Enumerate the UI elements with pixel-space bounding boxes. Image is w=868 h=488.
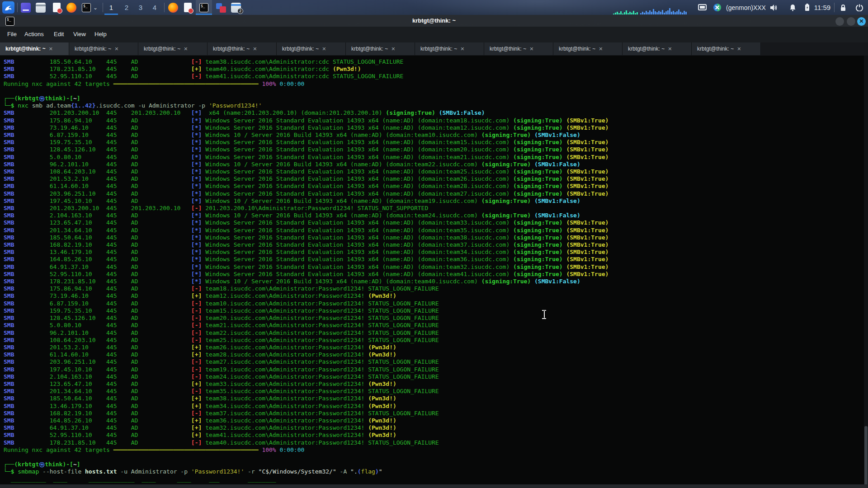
lock-icon[interactable] bbox=[838, 0, 849, 15]
terminal-tab[interactable]: krbtgt@think: ~✕ bbox=[0, 42, 69, 55]
terminal-line: SMB 197.45.10.10 445 AD [-] team19.isucd… bbox=[4, 366, 609, 373]
logout-power-icon[interactable] bbox=[854, 0, 865, 15]
maximize-button[interactable] bbox=[847, 17, 855, 26]
terminal-icon: $_ bbox=[199, 3, 208, 12]
tab-close-icon[interactable]: ✕ bbox=[391, 46, 395, 52]
terminal-line: SMB 201.203.200.10 445 201.203.200.10 [-… bbox=[4, 205, 609, 212]
launcher-firefox[interactable] bbox=[66, 0, 77, 15]
tab-label: krbtgt@think: ~ bbox=[282, 46, 319, 52]
terminal-line: SMB 201.34.64.10 445 AD [*] Windows Serv… bbox=[4, 227, 609, 234]
terminal-line: SMB 168.82.19.10 445 AD [-] team37.isucd… bbox=[4, 410, 609, 417]
menu-view[interactable]: View bbox=[73, 31, 86, 38]
tab-close-icon[interactable]: ✕ bbox=[460, 46, 464, 52]
volume-icon[interactable] bbox=[769, 0, 779, 15]
clock[interactable]: 11:59 bbox=[813, 0, 832, 15]
terminal-line: SMB 73.19.46.10 445 AD [+] team12.isucdc… bbox=[4, 292, 609, 300]
terminal-tab[interactable]: krbtgt@think: ~✕ bbox=[484, 42, 553, 55]
tab-close-icon[interactable]: ✕ bbox=[49, 46, 53, 52]
terminal-line: SMB 201.53.2.10 445 AD [*] Windows Serve… bbox=[4, 175, 609, 183]
task-file-manager[interactable]: 2 bbox=[230, 0, 242, 15]
workspace-3[interactable]: 3 bbox=[134, 0, 147, 15]
workspace-2[interactable]: 2 bbox=[120, 0, 133, 15]
task-firefox[interactable] bbox=[168, 0, 179, 15]
terminal-line: SMB 13.46.179.10 445 AD [+] team34.isucd… bbox=[4, 403, 609, 410]
terminal-line bbox=[4, 88, 609, 95]
terminal-line: SMB 178.231.85.10 445 AD [+] team40.isuc… bbox=[4, 66, 609, 73]
tab-close-icon[interactable]: ✕ bbox=[253, 46, 257, 52]
terminal-line: SMB 123.65.47.10 445 AD [+] team33.isucd… bbox=[4, 380, 609, 388]
workspace-4[interactable]: 4 bbox=[148, 0, 161, 15]
terminal-line: ┌──(krbtgt㉿think)-[~] bbox=[4, 461, 609, 468]
firefox-icon bbox=[168, 3, 178, 13]
terminal-line: SMB 185.50.64.10 445 AD [-] team38.isucd… bbox=[4, 58, 609, 66]
tab-label: krbtgt@think: ~ bbox=[420, 46, 457, 52]
terminal-tab[interactable]: krbtgt@think: ~✕ bbox=[346, 42, 415, 55]
tab-close-icon[interactable]: ✕ bbox=[184, 46, 188, 52]
terminal-line: SMB 197.45.10.10 445 AD [*] Windows 10 /… bbox=[4, 197, 609, 205]
terminal-tab-bar: krbtgt@think: ~✕krbtgt@think: ~✕krbtgt@t… bbox=[0, 42, 868, 56]
launcher-document[interactable] bbox=[51, 0, 62, 15]
system-graph-green bbox=[613, 10, 638, 14]
terminal-tab[interactable]: krbtgt@think: ~✕ bbox=[415, 42, 484, 55]
document-icon bbox=[53, 3, 61, 12]
task-remote-desktop[interactable] bbox=[215, 0, 227, 15]
terminal-scrollbar[interactable] bbox=[864, 56, 868, 484]
top-panel: $_ ⌄ 1234 $_ 2 (genmon)XXX bbox=[0, 0, 868, 15]
workspace-1[interactable]: 1 bbox=[104, 0, 118, 15]
kali-dragon-icon bbox=[2, 1, 14, 14]
terminal-line: Running nxc against 42 targets ━━━━━━━━━… bbox=[4, 80, 609, 88]
terminal-line: SMB 201.53.2.10 445 AD [+] team26.isucdc… bbox=[4, 344, 609, 351]
terminal-tab[interactable]: krbtgt@think: ~✕ bbox=[623, 42, 692, 55]
menu-edit[interactable]: Edit bbox=[54, 31, 64, 38]
terminal-line: SMB 108.64.203.10 445 AD [*] Windows Ser… bbox=[4, 168, 609, 175]
task-terminal-active[interactable]: $_ bbox=[198, 0, 209, 15]
tab-close-icon[interactable]: ✕ bbox=[114, 46, 118, 52]
terminal-tab[interactable]: krbtgt@think: ~✕ bbox=[69, 42, 138, 55]
terminal-tab[interactable]: krbtgt@think: ~✕ bbox=[277, 42, 346, 55]
terminal-viewport[interactable]: SMB 185.50.64.10 445 AD [-] team38.isucd… bbox=[0, 56, 868, 484]
terminal-tab[interactable]: krbtgt@think: ~✕ bbox=[553, 42, 623, 55]
minimize-button[interactable] bbox=[835, 17, 844, 26]
tab-close-icon[interactable]: ✕ bbox=[599, 46, 603, 52]
tab-close-icon[interactable]: ✕ bbox=[322, 46, 326, 52]
launcher-app-window[interactable] bbox=[20, 0, 31, 15]
scrollbar-handle[interactable] bbox=[864, 426, 868, 488]
folder-icon: 2 bbox=[231, 3, 241, 13]
battery-icon[interactable] bbox=[803, 0, 811, 15]
tab-label: krbtgt@think: ~ bbox=[628, 46, 665, 52]
tray-network-app-icon[interactable] bbox=[712, 0, 722, 15]
terminal-line: SMB 96.2.101.10 445 AD [*] Windows 10 / … bbox=[4, 161, 609, 168]
menu-file[interactable]: File bbox=[7, 31, 17, 38]
tab-label: krbtgt@think: ~ bbox=[75, 46, 111, 52]
terminal-line: SMB 203.96.251.10 445 AD [-] team27.isuc… bbox=[4, 358, 609, 366]
terminal-line: SMB 164.85.26.10 445 AD [*] Windows Serv… bbox=[4, 256, 609, 263]
terminal-tab[interactable]: krbtgt@think: ~✕ bbox=[208, 42, 277, 55]
tab-close-icon[interactable]: ✕ bbox=[668, 46, 672, 52]
tab-label: krbtgt@think: ~ bbox=[559, 46, 595, 52]
terminal-tab[interactable]: krbtgt@think: ~✕ bbox=[138, 42, 208, 55]
screen-bottom-strip bbox=[0, 484, 868, 488]
terminal-line: SMB 159.75.35.10 445 AD [*] Windows Serv… bbox=[4, 139, 609, 146]
task-document[interactable] bbox=[182, 0, 193, 15]
terminal-line: SMB 6.87.159.10 445 AD [*] Windows 10 / … bbox=[4, 131, 609, 139]
terminal-line: SMB 175.86.94.10 445 AD [*] Windows Serv… bbox=[4, 117, 609, 124]
terminal-tab[interactable]: krbtgt@think: ~✕ bbox=[692, 42, 761, 55]
menu-help[interactable]: Help bbox=[94, 31, 107, 38]
terminal-line: __________ ____ _____________ ____ ____ … bbox=[4, 476, 609, 483]
tab-close-icon[interactable]: ✕ bbox=[529, 46, 533, 52]
task-terminal-active-indicator bbox=[196, 14, 212, 15]
terminal-line: SMB 64.91.37.10 445 AD [+] team32.isucdc… bbox=[4, 424, 609, 432]
launcher-file-manager[interactable] bbox=[35, 0, 46, 15]
remote-desktop-icon bbox=[216, 3, 226, 13]
tab-label: krbtgt@think: ~ bbox=[144, 46, 180, 52]
close-button[interactable]: ✕ bbox=[857, 17, 866, 26]
chevron-down-icon[interactable]: ⌄ bbox=[92, 0, 99, 15]
launcher-terminal[interactable]: $_ bbox=[81, 0, 92, 15]
window-titlebar[interactable]: $_ krbtgt@think: ~ bbox=[0, 15, 868, 27]
tab-close-icon[interactable]: ✕ bbox=[737, 46, 741, 52]
menu-actions[interactable]: Actions bbox=[24, 31, 44, 38]
terminal-line: SMB 2.104.163.10 445 AD [-] team24.isucd… bbox=[4, 373, 609, 380]
notification-bell-icon[interactable] bbox=[788, 0, 797, 15]
kali-menu-button[interactable] bbox=[1, 0, 15, 15]
tray-display-icon[interactable] bbox=[697, 0, 708, 15]
